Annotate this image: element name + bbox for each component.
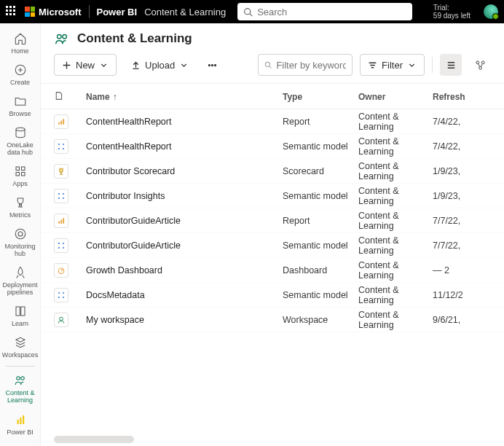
item-name[interactable]: Contributor Scorecard xyxy=(86,166,283,176)
nav-powerbi[interactable]: Power BI xyxy=(0,409,41,440)
item-name[interactable]: ContentHealthReport xyxy=(86,117,283,127)
item-owner[interactable]: Content & Learning xyxy=(358,211,433,231)
horizontal-scrollbar[interactable] xyxy=(54,436,134,443)
apps-icon xyxy=(14,165,27,178)
col-icon[interactable] xyxy=(54,91,86,103)
table-header: Name↑ Type Owner Refresh xyxy=(41,84,504,109)
rocket-icon xyxy=(14,266,27,279)
people-icon xyxy=(54,31,70,47)
nav-create[interactable]: Create xyxy=(0,59,41,90)
filter-button[interactable]: Filter xyxy=(360,54,425,76)
table-row[interactable]: DocsMetadataSemantic modelContent & Lear… xyxy=(41,283,504,308)
svg-point-33 xyxy=(63,192,64,194)
home-icon xyxy=(14,32,27,45)
item-name[interactable]: ContentHealthReport xyxy=(86,141,283,152)
target-icon xyxy=(14,227,27,240)
workspace-crumb[interactable]: Content & Learning xyxy=(144,7,226,17)
svg-point-30 xyxy=(58,147,60,149)
item-type: Workspace xyxy=(283,315,358,325)
table-row[interactable]: My workspaceWorkspaceContent & Learning9… xyxy=(41,308,504,332)
nav-apps[interactable]: Apps xyxy=(0,160,41,192)
main-content: Content & Learning New Upload xyxy=(41,23,504,446)
svg-line-21 xyxy=(269,66,272,69)
powerbi-icon xyxy=(14,413,27,426)
database-icon xyxy=(14,126,27,139)
nav-monitoring[interactable]: Monitoring hub xyxy=(0,223,41,262)
item-refresh: 1/9/23, xyxy=(433,166,488,176)
table-row[interactable]: ContributorGuideArticleReportContent & L… xyxy=(41,208,504,233)
lineage-view-button[interactable] xyxy=(469,54,491,76)
svg-point-15 xyxy=(58,35,62,39)
nav-onelake[interactable]: OneLake data hub xyxy=(0,122,41,160)
user-avatar[interactable] xyxy=(484,4,498,19)
global-search[interactable] xyxy=(237,3,412,20)
nav-home[interactable]: Home xyxy=(0,28,41,59)
more-icon xyxy=(208,60,217,70)
nav-pipelines[interactable]: Deployment pipelines xyxy=(0,262,41,300)
item-type: Report xyxy=(283,117,358,127)
nav-workspaces[interactable]: Workspaces xyxy=(0,332,41,363)
nav-browse[interactable]: Browse xyxy=(0,90,41,122)
svg-rect-27 xyxy=(63,119,64,125)
table-row[interactable]: ContentHealthReportReportContent & Learn… xyxy=(41,109,504,134)
item-owner[interactable]: Content & Learning xyxy=(358,310,433,330)
table-row[interactable]: Contributor InsightsSemantic modelConten… xyxy=(41,184,504,208)
item-name[interactable]: DocsMetadata xyxy=(86,290,283,300)
svg-point-18 xyxy=(212,64,213,66)
filter-input[interactable] xyxy=(276,60,346,71)
svg-rect-25 xyxy=(58,122,60,124)
svg-rect-4 xyxy=(16,167,20,171)
col-refresh[interactable]: Refresh xyxy=(433,92,488,102)
trial-status[interactable]: Trial: 59 days left xyxy=(433,4,470,20)
chevron-down-icon xyxy=(99,60,109,70)
item-name[interactable]: ContributorGuideArticle xyxy=(86,240,283,251)
item-owner[interactable]: Content & Learning xyxy=(358,112,433,132)
col-name[interactable]: Name↑ xyxy=(86,92,283,102)
item-name[interactable]: ContributorGuideArticle xyxy=(86,216,283,226)
svg-rect-14 xyxy=(23,415,24,424)
svg-rect-13 xyxy=(20,418,21,424)
nav-current-workspace[interactable]: Content & Learning xyxy=(0,369,41,408)
item-owner[interactable]: Content & Learning xyxy=(358,260,433,281)
toolbar: New Upload Filter xyxy=(41,51,504,84)
table-row[interactable]: ContributorGuideArticleSemantic modelCon… xyxy=(41,233,504,258)
list-view-button[interactable] xyxy=(440,54,462,76)
item-owner[interactable]: Content & Learning xyxy=(358,161,433,181)
svg-point-40 xyxy=(63,242,64,243)
item-owner[interactable]: Content & Learning xyxy=(358,136,433,157)
upload-button[interactable]: Upload xyxy=(124,54,196,76)
svg-point-31 xyxy=(63,147,64,149)
lineage-icon xyxy=(475,60,486,71)
top-bar: Microsoft Power BI Content & Learning Tr… xyxy=(0,0,504,23)
svg-point-46 xyxy=(58,296,60,297)
table-row[interactable]: Growth DashboardDashboardContent & Learn… xyxy=(41,258,504,283)
app-launcher-icon[interactable] xyxy=(6,6,17,17)
trophy-icon xyxy=(14,196,27,209)
filter-keyword[interactable] xyxy=(258,54,353,76)
nav-learn[interactable]: Learn xyxy=(0,300,41,332)
item-refresh: 7/7/22, xyxy=(433,240,488,251)
nav-metrics[interactable]: Metrics xyxy=(0,192,41,223)
svg-point-45 xyxy=(63,292,64,293)
item-type: Semantic model xyxy=(283,191,358,201)
table-row[interactable]: Contributor ScorecardScorecardContent & … xyxy=(41,159,504,184)
new-button[interactable]: New xyxy=(54,54,117,76)
item-name[interactable]: Contributor Insights xyxy=(86,191,283,201)
item-owner[interactable]: Content & Learning xyxy=(358,285,433,305)
table-row[interactable]: ContentHealthReportSemantic modelContent… xyxy=(41,134,504,159)
item-name[interactable]: My workspace xyxy=(86,315,283,325)
item-owner[interactable]: Content & Learning xyxy=(358,186,433,206)
stack-icon xyxy=(14,336,27,349)
microsoft-label: Microsoft xyxy=(39,7,82,17)
svg-point-28 xyxy=(58,143,60,144)
workspace-header: Content & Learning xyxy=(41,23,504,51)
book-icon xyxy=(14,305,27,318)
col-owner[interactable]: Owner xyxy=(358,92,433,102)
svg-point-16 xyxy=(63,35,67,39)
svg-point-32 xyxy=(58,192,60,194)
item-owner[interactable]: Content & Learning xyxy=(358,235,433,256)
search-input[interactable] xyxy=(257,7,406,17)
col-type[interactable]: Type xyxy=(283,92,358,102)
item-name[interactable]: Growth Dashboard xyxy=(86,265,283,275)
more-button[interactable] xyxy=(203,54,221,76)
